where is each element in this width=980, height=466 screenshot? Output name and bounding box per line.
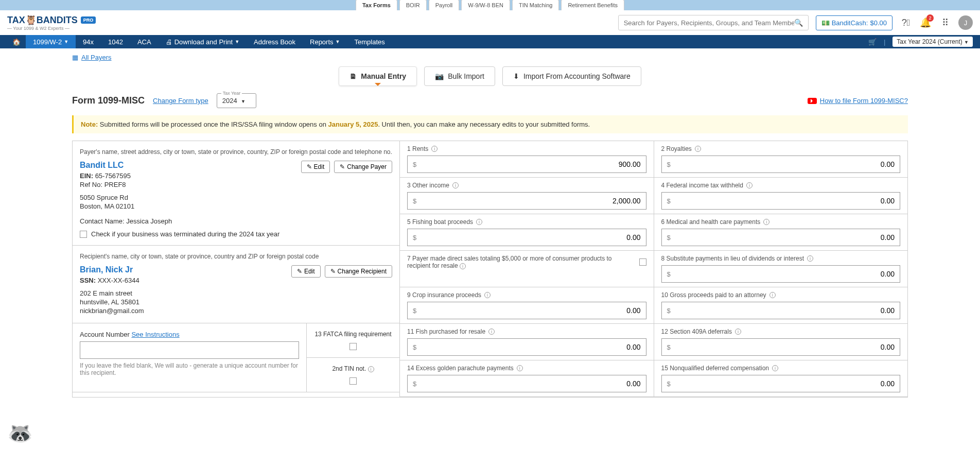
swap-icon: ✎ bbox=[330, 268, 336, 275]
edit-recipient-button[interactable]: ✎Edit bbox=[291, 265, 321, 278]
nav-templates[interactable]: Templates bbox=[347, 35, 392, 48]
top-tab-tax-forms[interactable]: Tax Forms bbox=[356, 0, 397, 10]
payer-section: Payer's name, street address, city or to… bbox=[73, 141, 399, 246]
nav-download[interactable]: 🖨Download and Print▼ bbox=[159, 35, 247, 48]
409a-input[interactable] bbox=[676, 343, 900, 351]
box-5-fishing: 5 Fishing boat proceedsi $ bbox=[399, 214, 654, 251]
second-tin-cell: 2nd TIN not. i bbox=[307, 358, 399, 392]
fatca-cell: 13 FATCA filing requirement bbox=[307, 323, 399, 358]
info-icon[interactable]: i bbox=[431, 146, 437, 152]
import-icon: ⬇ bbox=[513, 72, 519, 80]
box-10-attorney: 10 Gross proceeds paid to an attorneyi $ bbox=[654, 287, 908, 324]
bandit-cash[interactable]: 💵 BanditCash: $0.00 bbox=[816, 15, 892, 30]
box-7-direct-sales: 7 Payer made direct sales totaling $5,00… bbox=[399, 251, 654, 287]
royalties-input[interactable] bbox=[676, 160, 900, 168]
tab-manual-entry[interactable]: 🗎Manual Entry bbox=[339, 66, 417, 86]
info-icon[interactable]: i bbox=[368, 366, 374, 372]
change-recipient-button[interactable]: ✎Change Recipient bbox=[325, 265, 392, 278]
fishing-input[interactable] bbox=[422, 233, 645, 241]
account-number-input[interactable] bbox=[80, 341, 299, 359]
info-icon[interactable]: i bbox=[772, 365, 778, 371]
nav-94x[interactable]: 94x bbox=[76, 35, 101, 48]
top-tab-w9w8[interactable]: W-9/W-8 BEN bbox=[461, 0, 510, 10]
apps-icon[interactable]: ⠿ bbox=[939, 16, 951, 29]
nav-bar: 🏠 1099/W-2▼ 94x 1042 ACA 🖨Download and P… bbox=[0, 35, 980, 48]
change-payer-button[interactable]: ✎Change Payer bbox=[334, 161, 392, 173]
info-icon[interactable]: i bbox=[488, 329, 495, 335]
second-tin-checkbox[interactable] bbox=[349, 377, 357, 385]
parachute-input[interactable] bbox=[422, 379, 645, 388]
info-icon[interactable]: i bbox=[695, 146, 701, 152]
business-terminated-checkbox[interactable] bbox=[80, 231, 87, 238]
swap-icon: ✎ bbox=[340, 163, 345, 170]
avatar[interactable]: J bbox=[958, 15, 973, 30]
youtube-icon bbox=[808, 98, 817, 104]
info-icon[interactable]: i bbox=[460, 263, 466, 269]
info-icon[interactable]: i bbox=[769, 292, 776, 298]
nav-home[interactable]: 🏠 bbox=[7, 35, 26, 48]
tax-year-selector[interactable]: Tax Year 2024 (Current) ▼ bbox=[892, 37, 973, 47]
nav-address[interactable]: Address Book bbox=[247, 35, 303, 48]
pencil-icon: ✎ bbox=[307, 163, 312, 170]
box-14-parachute: 14 Excess golden parachute paymentsi $ bbox=[399, 360, 654, 397]
info-icon[interactable]: i bbox=[484, 292, 491, 298]
tab-import-accounting[interactable]: ⬇Import From Accounting Software bbox=[502, 66, 641, 86]
how-to-file-link[interactable]: How to file Form 1099-MISC? bbox=[808, 97, 908, 105]
fish-input[interactable] bbox=[422, 343, 645, 351]
printer-icon: 🖨 bbox=[166, 38, 172, 46]
search-input[interactable] bbox=[624, 19, 794, 27]
box-11-fish: 11 Fish purchased for resalei $ bbox=[399, 324, 654, 360]
nonqualified-input[interactable] bbox=[676, 379, 900, 388]
all-payers-link[interactable]: ▦ All Payers bbox=[72, 54, 908, 61]
fed-tax-input[interactable] bbox=[676, 197, 900, 205]
recipient-section: Recipient's name, city or town, state or… bbox=[73, 246, 399, 323]
form-title: Form 1099-MISC bbox=[72, 95, 145, 106]
box-8-substitute: 8 Substitute payments in lieu of dividen… bbox=[654, 251, 908, 287]
attorney-input[interactable] bbox=[676, 306, 900, 315]
info-icon[interactable]: i bbox=[476, 219, 482, 225]
logo[interactable]: TAX🦉BANDITSPRO — Your 1099 & W2 Experts … bbox=[7, 14, 96, 31]
info-icon[interactable]: i bbox=[735, 329, 741, 335]
fatca-checkbox[interactable] bbox=[349, 343, 357, 350]
top-tab-tin[interactable]: TIN Matching bbox=[512, 0, 559, 10]
nav-aca[interactable]: ACA bbox=[130, 35, 159, 48]
top-tab-payroll[interactable]: Payroll bbox=[429, 0, 460, 10]
search-icon[interactable]: 🔍 bbox=[794, 19, 803, 27]
cash-icon: 💵 bbox=[821, 19, 830, 27]
change-form-type-link[interactable]: Change Form type bbox=[153, 97, 208, 105]
info-icon[interactable]: i bbox=[807, 255, 813, 262]
direct-sales-checkbox[interactable] bbox=[639, 258, 646, 266]
nav-1042[interactable]: 1042 bbox=[101, 35, 130, 48]
info-icon[interactable]: i bbox=[517, 365, 523, 371]
cart-icon[interactable]: 🛒 bbox=[868, 38, 877, 46]
info-icon[interactable]: i bbox=[746, 182, 752, 188]
box-15-nonqualified: 15 Nonqualified deferred compensationi $ bbox=[654, 360, 908, 397]
pencil-icon: ✎ bbox=[297, 268, 302, 275]
box-4-fed-tax: 4 Federal income tax withheldi $ bbox=[654, 178, 908, 214]
box-1-rents: 1 Rentsi $ bbox=[399, 141, 654, 178]
notification-icon[interactable]: 🔔2 bbox=[919, 16, 932, 29]
search-box[interactable]: 🔍 bbox=[618, 15, 809, 30]
help-icon[interactable]: ?⃝ bbox=[900, 16, 912, 29]
tab-bulk-import[interactable]: 📷Bulk Import bbox=[424, 66, 495, 86]
info-icon[interactable]: i bbox=[763, 219, 769, 225]
form-grid: Payer's name, street address, city or to… bbox=[72, 141, 908, 398]
other-income-input[interactable] bbox=[422, 197, 645, 205]
see-instructions-link[interactable]: See Instructions bbox=[131, 331, 179, 338]
tax-year-dropdown[interactable]: Tax Year 2024 ▼ bbox=[217, 93, 256, 108]
nav-reports[interactable]: Reports▼ bbox=[303, 35, 347, 48]
nav-1099[interactable]: 1099/W-2▼ bbox=[26, 35, 76, 48]
header: TAX🦉BANDITSPRO — Your 1099 & W2 Experts … bbox=[0, 10, 980, 35]
document-icon: 🗎 bbox=[349, 72, 357, 80]
top-tab-retirement[interactable]: Retirement Benefits bbox=[561, 0, 624, 10]
box-9-crop: 9 Crop insurance proceedsi $ bbox=[399, 287, 654, 324]
rents-input[interactable] bbox=[422, 160, 645, 168]
note-box: Note: Submitted forms will be processed … bbox=[72, 115, 908, 133]
box-3-other-income: 3 Other incomei $ bbox=[399, 178, 654, 214]
substitute-input[interactable] bbox=[676, 270, 900, 278]
info-icon[interactable]: i bbox=[452, 182, 459, 188]
edit-payer-button[interactable]: ✎Edit bbox=[301, 161, 330, 173]
crop-input[interactable] bbox=[422, 306, 645, 315]
medical-input[interactable] bbox=[676, 233, 900, 241]
top-tab-boir[interactable]: BOIR bbox=[399, 0, 427, 10]
